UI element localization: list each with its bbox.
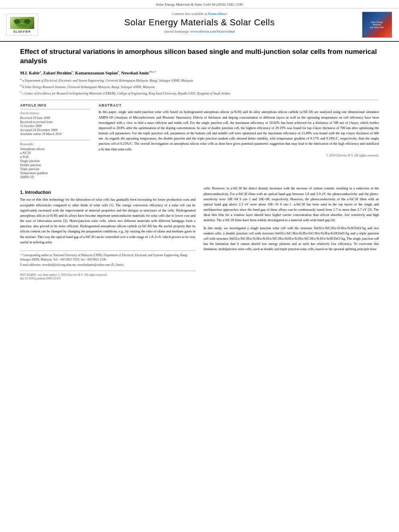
affiliation-b: b b Solar Energy Research Institute, Uni… (20, 84, 379, 90)
article-info-heading: ARTICLE INFO (20, 103, 90, 107)
journal-cover-thumbnail: Solar EnergyMaterialsand Solar Cells (362, 12, 392, 38)
footnote-2: E-mail addresses: nowshad@vlsi.eng.ukm.m… (20, 263, 195, 267)
author-sopian: Kamaruzzaman Sopian (75, 70, 118, 75)
homepage-prefix: journal homepage: (164, 29, 191, 33)
content-area: Effect of structural variations in amorp… (0, 42, 399, 286)
footnote-1: * Corresponding author at: National Univ… (20, 253, 195, 262)
footer-doi: doi:10.1016/j.solmat.2009.12.031 (20, 277, 195, 280)
journal-citation-bar: Solar Energy Materials & Solar Cells 94 … (0, 0, 399, 8)
accepted-date: Accepted 24 December 2009 (20, 128, 90, 132)
affiliations: a a Department of Electrical, Electronic… (20, 77, 379, 96)
body-left: 1. Introduction The use of thin film tec… (20, 186, 195, 280)
right-column: ABSTRACT In this paper, single and multi… (99, 103, 379, 179)
affiliation-c: c c Center of Excellence for Research in… (20, 90, 379, 96)
journal-citation-text: Solar Energy Materials & Solar Cells 94 … (156, 2, 243, 6)
info-abstract-columns: ARTICLE INFO Article history: Received 2… (20, 103, 379, 179)
sciencedirect-prefix: Contents lists available at (172, 12, 208, 16)
history-label: Article history: (20, 111, 90, 115)
elsevier-logo-container: ✦ ELSEVIER (4, 12, 40, 38)
keyword-6: Triple junction (20, 167, 90, 171)
keyword-3: a-Si:H (20, 155, 90, 159)
journal-header: ✦ ELSEVIER Contents lists available at S… (0, 8, 399, 42)
main-body: 1. Introduction The use of thin film tec… (20, 186, 379, 280)
copyright-line: © 2010 Elsevier B.V. All rights reserved… (99, 154, 379, 157)
body-para-2: cells. However, in a-SiC:H the defect de… (204, 186, 379, 223)
available-date: Available online 29 March 2010 (20, 132, 90, 136)
section1-title: 1. Introduction (20, 190, 195, 195)
svg-point-2 (24, 19, 31, 24)
body-para-1: The use of thin film technology for the … (20, 197, 195, 245)
keywords-section: Keywords: Amorphous silicon a-SiC:H a-Si… (20, 140, 90, 179)
article-info-section: ARTICLE INFO Article history: Received 2… (20, 103, 90, 136)
abstract-heading: ABSTRACT (99, 103, 379, 107)
journal-homepage-line: journal homepage: www.elsevier.com/locat… (44, 29, 355, 33)
body-right: cells. However, in a-SiC:H the defect de… (204, 186, 379, 280)
article-title: Effect of structural variations in amorp… (20, 47, 379, 66)
author-kabir: M.I. Kabir (20, 70, 40, 75)
footnote-section: * Corresponding author at: National Univ… (20, 251, 195, 267)
revised-date: 15 October 2009 (20, 124, 90, 128)
elsevier-logo-graphic: ✦ (10, 17, 34, 29)
footer-bar: 0927-0248/$ - see front matter © 2010 El… (20, 271, 195, 280)
sciencedirect-line: Contents lists available at ScienceDirec… (44, 12, 355, 16)
revised-label: Received in revised form (20, 120, 90, 124)
abstract-text: In this paper, single and multi-junction… (99, 109, 379, 152)
author-amin: Nowshad Amin (121, 70, 149, 75)
authors-line: M.I. Kabira, Zahari Ibrahimb, Kamaruzzam… (20, 70, 379, 75)
divider-1 (20, 100, 379, 100)
keyword-4: Single junction (20, 159, 90, 163)
received-date: Received 29 June 2009 (20, 116, 90, 120)
svg-point-1 (14, 19, 20, 24)
elsevier-logo: ✦ ELSEVIER (6, 14, 38, 36)
keyword-7: Temperature gradient (20, 171, 90, 175)
page-wrapper: Solar Energy Materials & Solar Cells 94 … (0, 0, 399, 532)
author-ibrahim: Zahari Ibrahim (43, 70, 72, 75)
keyword-2: a-SiC:H (20, 151, 90, 155)
journal-header-center: Contents lists available at ScienceDirec… (40, 12, 359, 38)
keyword-1: Amorphous silicon (20, 147, 90, 151)
footer-copyright: 0927-0248/$ - see front matter © 2010 El… (20, 273, 195, 277)
keyword-8: AMPS-1D (20, 175, 90, 179)
svg-text:✦: ✦ (21, 23, 23, 25)
homepage-link[interactable]: www.elsevier.com/locate/solmat (191, 29, 235, 33)
affiliation-a: a a Department of Electrical, Electronic… (20, 77, 379, 83)
body-para-3: In this study, we investigated a single … (204, 226, 379, 252)
sciencedirect-link[interactable]: ScienceDirect (208, 12, 227, 16)
journal-cover-container: Solar EnergyMaterialsand Solar Cells (359, 12, 395, 38)
keywords-label: Keywords: (20, 142, 90, 146)
journal-title: Solar Energy Materials & Solar Cells (44, 17, 355, 28)
elsevier-name: ELSEVIER (14, 30, 31, 33)
article-history: Article history: Received 29 June 2009 R… (20, 109, 90, 136)
keyword-5: Double junction (20, 163, 90, 167)
cover-thumb-text: Solar EnergyMaterialsand Solar Cells (370, 21, 384, 29)
left-column: ARTICLE INFO Article history: Received 2… (20, 103, 90, 179)
